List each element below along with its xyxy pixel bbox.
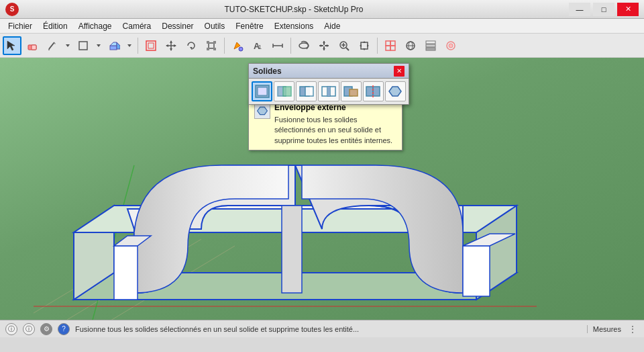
tooltip-icon-area: Enveloppe externe Fusionne tous les soli… bbox=[254, 103, 396, 146]
svg-marker-6 bbox=[66, 44, 70, 47]
svg-rect-52 bbox=[426, 48, 435, 50]
svg-rect-67 bbox=[114, 246, 138, 300]
status-info-icon-1[interactable]: ⓘ bbox=[5, 323, 17, 335]
status-settings-icon[interactable]: ⚙ bbox=[40, 323, 52, 335]
svg-rect-14 bbox=[148, 43, 154, 48]
text-tool-button[interactable]: A 1 bbox=[248, 36, 267, 55]
toolbar-sep-4 bbox=[377, 38, 378, 54]
svg-rect-45 bbox=[386, 41, 390, 46]
components-button[interactable] bbox=[381, 36, 400, 55]
svg-rect-71 bbox=[282, 206, 302, 293]
solides-trim-button[interactable] bbox=[341, 81, 362, 101]
offset-tool-button[interactable] bbox=[142, 36, 160, 55]
svg-point-25 bbox=[239, 47, 243, 51]
pencil-dropdown-button[interactable] bbox=[63, 36, 72, 55]
svg-rect-73 bbox=[258, 87, 267, 95]
svg-rect-47 bbox=[386, 46, 390, 50]
zoom-tool-button[interactable] bbox=[335, 36, 354, 55]
tooltip-tool-icon bbox=[254, 103, 270, 119]
solides-outer-model-button[interactable] bbox=[252, 81, 272, 101]
window-controls: — □ ✕ bbox=[569, 3, 639, 16]
menu-item-outils[interactable]: Outils bbox=[199, 20, 231, 32]
rotate-tool-button[interactable] bbox=[182, 36, 201, 55]
status-mesures: Mesures bbox=[587, 325, 621, 333]
orbit-tool-button[interactable] bbox=[294, 36, 313, 55]
paint-tool-button[interactable] bbox=[228, 36, 247, 55]
svg-marker-10 bbox=[110, 42, 117, 46]
svg-rect-77 bbox=[305, 87, 313, 96]
svg-rect-22 bbox=[213, 41, 216, 44]
solides-intersect-button[interactable] bbox=[318, 81, 339, 101]
solides-envelope-button[interactable] bbox=[385, 81, 406, 101]
styles-button[interactable] bbox=[441, 36, 460, 55]
status-message: Fusionne tous les solides sélectionnés e… bbox=[75, 325, 582, 333]
tooltip-content: Enveloppe externe Fusionne tous les soli… bbox=[274, 103, 396, 146]
select-tool-button[interactable] bbox=[3, 36, 21, 55]
svg-marker-8 bbox=[97, 44, 101, 47]
solides-subtract-button[interactable] bbox=[296, 81, 317, 101]
svg-point-56 bbox=[449, 44, 453, 48]
solides-panel-toolbar bbox=[249, 79, 409, 104]
solides-panel-header[interactable]: Solides ✕ bbox=[249, 64, 409, 79]
status-info-icon-2[interactable]: ⓘ bbox=[23, 323, 35, 335]
toolbar-sep-3 bbox=[290, 38, 291, 54]
menu-item-affichage[interactable]: Affichage bbox=[73, 20, 117, 32]
svg-rect-84 bbox=[373, 87, 380, 96]
svg-rect-82 bbox=[350, 89, 358, 96]
close-button[interactable]: ✕ bbox=[617, 3, 639, 16]
tooltip-description: Fusionne tous les solides sélectionnés e… bbox=[274, 115, 396, 146]
menu-item-extensions[interactable]: Extensions bbox=[269, 20, 319, 32]
menu-bar: FichierÉditionAffichageCaméraDessinerOut… bbox=[0, 19, 644, 34]
zoom-extents-button[interactable] bbox=[355, 36, 374, 55]
svg-marker-32 bbox=[323, 41, 325, 43]
svg-rect-9 bbox=[110, 46, 117, 50]
tooltip-panel: Enveloppe externe Fusionne tous les soli… bbox=[248, 98, 402, 150]
solides-split-button[interactable] bbox=[363, 81, 384, 101]
status-bar: ⓘ ⓘ ⚙ ? Fusionne tous les solides sélect… bbox=[0, 320, 644, 337]
toolbar-sep-2 bbox=[224, 38, 225, 54]
menu-item-dessiner[interactable]: Dessiner bbox=[156, 20, 199, 32]
toolbar: A 1 bbox=[0, 34, 644, 58]
svg-rect-21 bbox=[207, 41, 209, 44]
svg-marker-17 bbox=[166, 44, 168, 47]
pan-tool-button[interactable] bbox=[315, 36, 333, 55]
move-tool-button[interactable] bbox=[162, 36, 180, 55]
scale-tool-button[interactable] bbox=[202, 36, 221, 55]
svg-rect-48 bbox=[390, 46, 395, 50]
menu-item-fichier[interactable]: Fichier bbox=[3, 20, 38, 32]
svg-rect-46 bbox=[390, 41, 395, 46]
layers-button[interactable] bbox=[421, 36, 440, 55]
svg-rect-54 bbox=[426, 41, 435, 44]
maximize-button[interactable]: □ bbox=[593, 3, 614, 16]
svg-line-37 bbox=[346, 48, 349, 50]
dimension-tool-button[interactable] bbox=[268, 36, 287, 55]
svg-rect-40 bbox=[361, 42, 368, 49]
pushpull-tool-button[interactable] bbox=[105, 36, 123, 55]
pencil-tool-button[interactable] bbox=[43, 36, 62, 55]
svg-marker-34 bbox=[319, 44, 321, 47]
geo-button[interactable] bbox=[401, 36, 420, 55]
title-bar: S TUTO-SKETCHUP.skp - SketchUp Pro — □ ✕ bbox=[0, 0, 644, 19]
menu-item-aide[interactable]: Aide bbox=[319, 20, 345, 32]
menu-item-camra[interactable]: Caméra bbox=[117, 20, 157, 32]
solides-union-button[interactable] bbox=[274, 81, 294, 101]
status-help-icon[interactable]: ? bbox=[58, 323, 70, 335]
app-logo: S bbox=[5, 3, 19, 16]
eraser-tool-button[interactable] bbox=[23, 36, 42, 55]
viewport[interactable]: Solides ✕ bbox=[0, 58, 644, 320]
menu-item-fentre[interactable]: Fenêtre bbox=[230, 20, 268, 32]
solides-panel: Solides ✕ bbox=[248, 63, 409, 105]
svg-marker-16 bbox=[170, 48, 172, 51]
shapes-tool-button[interactable] bbox=[74, 36, 93, 55]
svg-rect-13 bbox=[146, 41, 156, 50]
pushpull-dropdown-button[interactable] bbox=[125, 36, 134, 55]
shapes-dropdown-button[interactable] bbox=[94, 36, 103, 55]
svg-rect-24 bbox=[213, 48, 216, 50]
solides-panel-close-button[interactable]: ✕ bbox=[394, 66, 405, 77]
menu-item-dition[interactable]: Édition bbox=[38, 20, 73, 32]
svg-marker-11 bbox=[117, 42, 120, 49]
svg-marker-35 bbox=[327, 44, 329, 47]
minimize-button[interactable]: — bbox=[569, 3, 590, 16]
window-title: TUTO-SKETCHUP.skp - SketchUp Pro bbox=[19, 5, 569, 14]
svg-line-3 bbox=[49, 42, 54, 49]
